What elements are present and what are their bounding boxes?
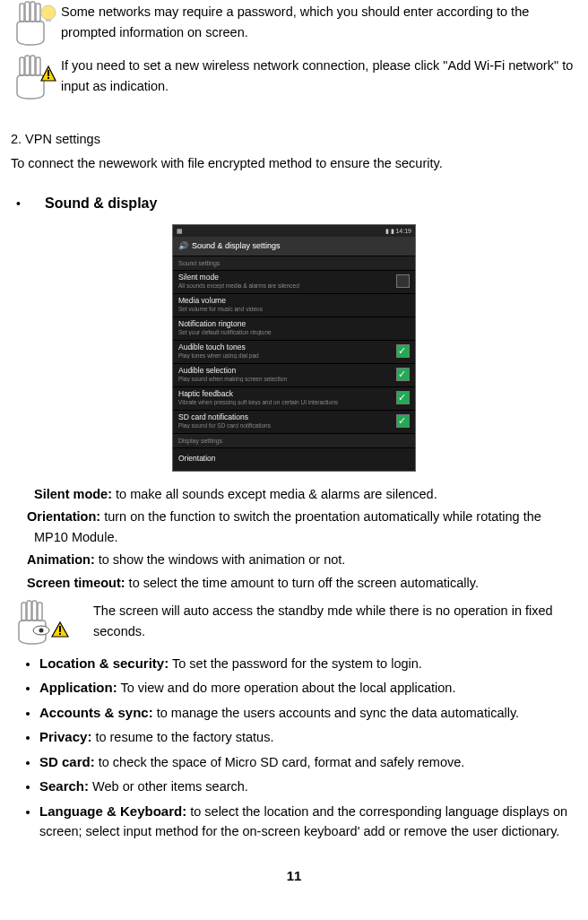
android-status-bar: ▦ ▮ ▮ 14:19 xyxy=(173,225,415,237)
text: to make all sounds except media & alarms… xyxy=(112,487,437,501)
desc-orientation: Orientation: turn on the function to swi… xyxy=(27,507,577,548)
note-password: Some networks may require a password, wh… xyxy=(11,0,577,47)
text: To set the password for the system to lo… xyxy=(169,656,422,671)
feature-location: Location & security: To set the password… xyxy=(39,653,577,673)
sound-display-screenshot: ▦ ▮ ▮ 14:19 🔊 Sound & display settings S… xyxy=(11,224,577,472)
row-haptic-feedback[interactable]: Haptic feedback Vibrate when pressing so… xyxy=(173,387,415,411)
note-text: If you need to set a new wireless networ… xyxy=(61,54,577,97)
note-text: Some networks may require a password, wh… xyxy=(61,0,577,43)
hand-eye-warning-icon xyxy=(11,599,93,646)
text: to resume to the factory status. xyxy=(91,730,273,744)
text: To view and do more operation about the … xyxy=(117,681,456,695)
checkbox-icon[interactable] xyxy=(396,368,410,381)
note-text: The screen will auto access the standby … xyxy=(93,599,577,642)
svg-rect-7 xyxy=(25,56,30,75)
svg-rect-8 xyxy=(30,56,35,75)
feature-sdcard: SD card: to check the space of Micro SD … xyxy=(39,751,577,772)
checkbox-icon[interactable] xyxy=(396,391,410,404)
feature-privacy: Privacy: to resume to the factory status… xyxy=(39,726,577,747)
text: turn on the function to switch the proen… xyxy=(34,509,541,544)
text: to manage the users accounts and sync th… xyxy=(153,706,519,720)
checkbox-icon[interactable] xyxy=(396,274,410,288)
text: Web or other items search. xyxy=(89,779,248,794)
label: SD card: xyxy=(39,754,95,769)
row-audible-selection[interactable]: Audible selection Play sound when making… xyxy=(173,364,415,387)
android-title-text: Sound & display settings xyxy=(192,239,281,252)
svg-rect-6 xyxy=(20,57,24,75)
desc-timeout: Screen timeout: to select the time amoun… xyxy=(27,573,577,594)
desc-silent: Silent mode: to make all sounds except m… xyxy=(34,484,577,505)
text: to check the space of Micro SD card, for… xyxy=(95,755,465,769)
feature-accounts: Accounts & sync: to manage the users acc… xyxy=(39,702,577,723)
hand-warning-icon xyxy=(11,54,61,100)
svg-rect-2 xyxy=(30,2,35,22)
svg-rect-13 xyxy=(22,603,26,621)
feature-language: Language & Keyboard: to select the locat… xyxy=(39,801,577,842)
text: to show the windows with animation or no… xyxy=(95,552,346,567)
label: Location & security: xyxy=(39,655,169,671)
checkbox-icon[interactable] xyxy=(396,344,410,358)
label: Search: xyxy=(39,778,89,794)
feature-application: Application: To view and do more operati… xyxy=(39,677,577,698)
row-silent-mode[interactable]: Silent mode All sounds except media & al… xyxy=(173,271,415,294)
feature-list: Location & security: To set the password… xyxy=(11,653,577,842)
desc-animation: Animation: to show the windows with anim… xyxy=(27,550,577,570)
vpn-body: To connect the newework with file encryp… xyxy=(11,153,577,174)
label: Privacy: xyxy=(39,729,91,744)
vpn-heading: 2. VPN settings xyxy=(11,129,577,150)
svg-rect-1 xyxy=(25,2,30,22)
volume-icon: 🔊 xyxy=(178,239,188,252)
sound-display-heading: Sound & display xyxy=(11,192,577,215)
svg-rect-0 xyxy=(20,4,24,22)
row-media-volume[interactable]: Media volume Set volume for music and vi… xyxy=(173,294,415,317)
svg-rect-16 xyxy=(38,603,42,621)
svg-rect-14 xyxy=(27,601,31,621)
label: Orientation: xyxy=(27,509,100,524)
label: Animation: xyxy=(27,552,95,567)
label: Silent mode: xyxy=(34,487,112,501)
note-addwifi: If you need to set a new wireless networ… xyxy=(11,54,577,100)
feature-search: Search: Web or other items search. xyxy=(39,776,577,796)
svg-point-4 xyxy=(41,5,56,20)
row-audible-touch-tones[interactable]: Audible touch tones Play tones when usin… xyxy=(173,341,415,364)
svg-rect-5 xyxy=(46,19,51,22)
text: to select the time amount to turn off th… xyxy=(125,576,479,590)
heading-label: Sound & display xyxy=(45,195,157,211)
svg-rect-15 xyxy=(32,601,37,621)
android-screen-title: 🔊 Sound & display settings xyxy=(173,237,415,256)
hand-lightbulb-icon xyxy=(11,0,61,47)
svg-rect-11 xyxy=(48,70,49,76)
checkbox-icon[interactable] xyxy=(396,414,410,428)
status-right: ▮ ▮ 14:19 xyxy=(385,226,411,236)
svg-rect-12 xyxy=(48,77,49,79)
page-number: 11 xyxy=(11,865,577,887)
section-display: Display settings xyxy=(173,434,415,448)
row-sd-card-notifications[interactable]: SD card notifications Play sound for SD … xyxy=(173,411,415,434)
note-standby: The screen will auto access the standby … xyxy=(11,599,577,646)
label: Language & Keyboard: xyxy=(39,803,186,819)
svg-rect-20 xyxy=(59,626,61,632)
svg-rect-21 xyxy=(59,633,61,635)
svg-rect-3 xyxy=(36,4,40,22)
svg-rect-9 xyxy=(36,57,40,75)
row-orientation[interactable]: Orientation xyxy=(173,448,415,471)
status-left: ▦ xyxy=(177,226,183,236)
label: Screen timeout: xyxy=(27,576,125,590)
svg-point-18 xyxy=(39,628,44,632)
label: Application: xyxy=(39,680,117,695)
row-notification-ringtone[interactable]: Notification ringtone Set your default n… xyxy=(173,317,415,341)
section-sound: Sound settings xyxy=(173,256,415,271)
label: Accounts & sync: xyxy=(39,705,153,720)
